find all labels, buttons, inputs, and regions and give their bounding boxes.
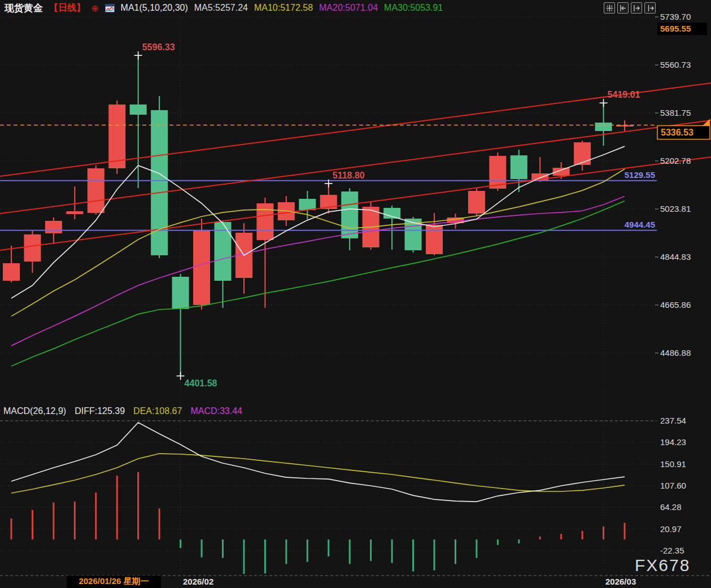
month-label-mar: 2026/03 bbox=[605, 577, 636, 586]
level-price-label: 4944.45 bbox=[625, 220, 655, 229]
ma10-value: MA10:5172.58 bbox=[254, 3, 313, 13]
scroll-right-icon[interactable] bbox=[631, 2, 642, 14]
candle-body bbox=[426, 225, 443, 254]
price-axis-tick: 5023.81 bbox=[660, 204, 691, 214]
current-price-flag-icon bbox=[703, 119, 710, 125]
target-icon[interactable]: ⊕ bbox=[91, 4, 99, 12]
chart-window: 5129.554944.455596.334401.585118.805419.… bbox=[0, 0, 711, 588]
price-axis-tick: 5381.75 bbox=[660, 108, 691, 117]
candle-body bbox=[108, 104, 125, 168]
diff-line bbox=[11, 423, 625, 502]
chart-header: 现货黄金 【日线】 ⊕ MA1(5,10,20,30) MA5:5257.24 … bbox=[0, 0, 443, 16]
ma5-value: MA5:5257.24 bbox=[194, 3, 248, 13]
extreme-price-annotation: 4401.58 bbox=[185, 378, 217, 388]
dea-line bbox=[11, 454, 625, 493]
price-axis-tick: 4665.86 bbox=[660, 300, 691, 310]
marker-price-label: 5695.55 bbox=[660, 24, 691, 33]
macd-axis-tick: 20.97 bbox=[660, 524, 682, 534]
candle-body bbox=[66, 211, 83, 214]
highlighted-date-label[interactable]: 2026/01/26 星期一 bbox=[67, 576, 161, 588]
chart-toolbar bbox=[604, 2, 656, 14]
candle-body bbox=[88, 168, 104, 213]
level-price-label: 5129.55 bbox=[625, 170, 655, 180]
fx678-watermark: FX678 bbox=[635, 556, 690, 575]
candle-body bbox=[256, 203, 273, 240]
candle-body bbox=[468, 191, 485, 214]
chart-canvas[interactable]: 5129.554944.455596.334401.585118.805419.… bbox=[0, 0, 711, 588]
current-price-label: 5336.53 bbox=[661, 128, 693, 137]
candle-body bbox=[3, 263, 20, 281]
month-label-feb: 2026/02 bbox=[183, 577, 213, 586]
jump-to-latest-icon[interactable] bbox=[644, 2, 656, 14]
scroll-left-icon[interactable] bbox=[617, 2, 629, 14]
candle-body bbox=[595, 123, 612, 131]
macd-axis-tick: 150.91 bbox=[660, 459, 686, 469]
macd-dea-value: DEA:108.67 bbox=[133, 406, 182, 416]
candle-body bbox=[383, 208, 400, 219]
symbol-name: 现货黄金 bbox=[5, 2, 43, 15]
candle-body bbox=[299, 199, 316, 210]
macd-axis-tick: -22.35 bbox=[660, 546, 684, 555]
ma20-line bbox=[11, 197, 625, 346]
price-axis-tick: 5560.73 bbox=[660, 60, 691, 69]
extreme-price-annotation: 5596.33 bbox=[142, 42, 175, 52]
macd-header: MACD(26,12,9) DIFF:125.39 DEA:108.67 MAC… bbox=[3, 406, 242, 416]
macd-diff-value: DIFF:125.39 bbox=[75, 406, 125, 416]
candle-body bbox=[511, 155, 527, 179]
timeframe-label[interactable]: 【日线】 bbox=[49, 2, 85, 14]
candle-body bbox=[172, 277, 189, 309]
price-axis-tick: 5202.78 bbox=[660, 156, 691, 165]
candle-body bbox=[341, 191, 358, 238]
candle-body bbox=[130, 104, 147, 115]
candle-body bbox=[151, 110, 168, 255]
candle-body bbox=[193, 230, 210, 305]
chart-type-icon[interactable] bbox=[105, 3, 115, 13]
pan-tool-icon[interactable] bbox=[604, 2, 615, 14]
macd-macd-value: MACD:33.44 bbox=[190, 406, 242, 416]
macd-axis-tick: 107.60 bbox=[660, 481, 686, 490]
candle-body bbox=[45, 221, 62, 233]
macd-axis-tick: 64.28 bbox=[660, 502, 682, 512]
ma30-value: MA30:5053.91 bbox=[384, 3, 443, 13]
price-axis-tick: 4844.83 bbox=[660, 252, 691, 262]
extreme-price-annotation: 5118.80 bbox=[333, 171, 365, 180]
candle-body bbox=[574, 142, 591, 165]
price-axis-tick: 5739.70 bbox=[660, 12, 691, 21]
macd-axis-tick: 237.54 bbox=[660, 416, 686, 425]
ma30-line bbox=[11, 201, 625, 367]
price-axis-tick: 4486.88 bbox=[660, 348, 691, 358]
ma-group-label: MA1(5,10,20,30) bbox=[121, 3, 188, 13]
candle-body bbox=[24, 234, 41, 262]
extreme-price-annotation: 5419.01 bbox=[608, 90, 640, 99]
ma20-value: MA20:5071.04 bbox=[319, 3, 378, 13]
macd-axis-tick: 194.23 bbox=[660, 437, 686, 447]
macd-params-label: MACD(26,12,9) bbox=[3, 406, 66, 416]
